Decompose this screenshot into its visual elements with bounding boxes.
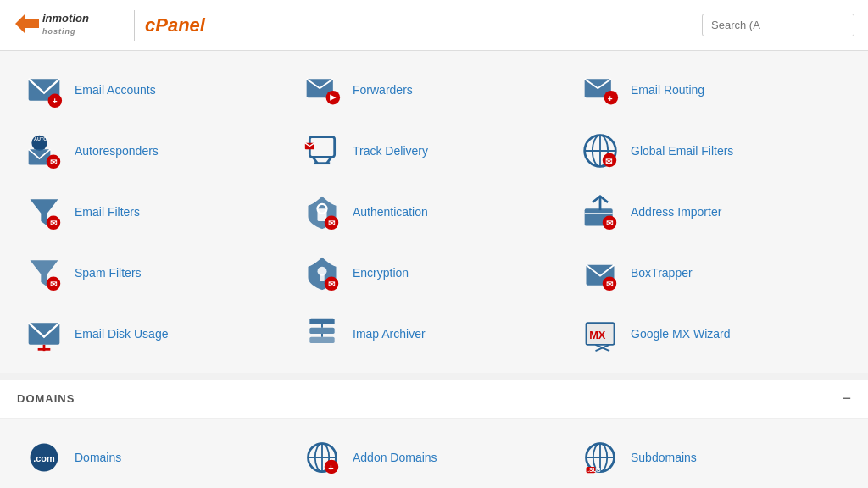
grid-item-email-accounts[interactable]: + Email Accounts	[17, 59, 295, 120]
grid-item-authentication[interactable]: ✉ Authentication	[295, 181, 573, 242]
address-importer-icon: ✉	[580, 191, 620, 232]
grid-item-subdomains[interactable]: .SUB Subdomains	[573, 427, 851, 488]
addon-domains-icon: +	[302, 437, 342, 478]
imap-archiver-label: Imap Archiver	[353, 327, 426, 341]
svg-text:+: +	[328, 463, 333, 473]
grid-item-imap-archiver[interactable]: Imap Archiver	[295, 303, 573, 364]
boxtrapper-label: BoxTrapper	[631, 266, 693, 280]
email-disk-usage-icon	[24, 313, 64, 354]
svg-text:✉: ✉	[328, 219, 336, 228]
track-delivery-icon	[302, 130, 342, 171]
encryption-label: Encryption	[353, 266, 409, 280]
grid-item-spam-filters[interactable]: ✉ Spam Filters	[17, 242, 295, 303]
grid-item-email-disk-usage[interactable]: Email Disk Usage	[17, 303, 295, 364]
svg-rect-44	[320, 274, 325, 281]
svg-text:✉: ✉	[606, 280, 614, 289]
grid-item-email-filters[interactable]: ✉ Email Filters	[17, 181, 295, 242]
subdomains-icon: .SUB	[580, 437, 620, 478]
domains-section-header: DOMAINS −	[0, 380, 868, 419]
header: inmotion hosting cPanel	[0, 0, 868, 51]
email-accounts-label: Email Accounts	[75, 83, 156, 97]
svg-text:+: +	[608, 94, 613, 103]
grid-item-encryption[interactable]: ✉ Encryption	[295, 242, 573, 303]
svg-text:MX: MX	[589, 329, 606, 341]
email-filters-icon: ✉	[24, 191, 64, 232]
grid-item-global-email-filters[interactable]: ✉ Global Email Filters	[573, 120, 851, 181]
autoresponders-icon: AUTO✉	[24, 130, 64, 171]
encryption-icon: ✉	[302, 252, 342, 293]
domains-section-title: DOMAINS	[17, 392, 75, 405]
grid-item-addon-domains[interactable]: + Addon Domains	[295, 427, 573, 488]
svg-text:.com: .com	[33, 453, 55, 463]
search-input[interactable]	[702, 14, 854, 36]
email-routing-icon: +	[580, 69, 620, 110]
domains-icon: .com	[24, 437, 64, 478]
email-section: + Email Accounts Forwarders + Email Rout…	[0, 51, 868, 373]
grid-item-email-routing[interactable]: + Email Routing	[573, 59, 851, 120]
grid-item-autoresponders[interactable]: AUTO✉ Autoresponders	[17, 120, 295, 181]
global-email-filters-icon: ✉	[580, 130, 620, 171]
inmotion-logo: inmotion hosting	[14, 8, 124, 42]
grid-item-forwarders[interactable]: Forwarders	[295, 59, 573, 120]
grid-item-track-delivery[interactable]: Track Delivery	[295, 120, 573, 181]
svg-rect-54	[309, 328, 334, 334]
autoresponders-label: Autoresponders	[75, 144, 159, 158]
email-routing-label: Email Routing	[631, 83, 704, 97]
svg-text:hosting: hosting	[42, 27, 76, 36]
logo-area: inmotion hosting cPanel	[14, 8, 205, 42]
authentication-icon: ✉	[302, 191, 342, 232]
imap-archiver-icon	[302, 313, 342, 354]
svg-text:✉: ✉	[50, 158, 58, 167]
svg-text:.SUB: .SUB	[587, 467, 601, 473]
svg-text:+: +	[53, 97, 58, 106]
grid-item-boxtrapper[interactable]: ✉ BoxTrapper	[573, 242, 851, 303]
svg-text:✉: ✉	[605, 157, 613, 166]
domains-section: DOMAINS − .com Domains + Addon Domains .…	[0, 380, 868, 488]
global-email-filters-label: Global Email Filters	[631, 144, 733, 158]
domains-label: Domains	[75, 451, 121, 464]
track-delivery-label: Track Delivery	[353, 144, 428, 158]
svg-text:✉: ✉	[328, 280, 336, 289]
forwarders-icon	[302, 69, 342, 110]
grid-item-google-mx-wizard[interactable]: MX Google MX Wizard	[573, 303, 851, 364]
inmotion-hosting-logo-svg: inmotion hosting	[14, 8, 124, 39]
forwarders-label: Forwarders	[353, 83, 413, 97]
authentication-label: Authentication	[353, 205, 428, 219]
svg-rect-53	[309, 319, 334, 324]
address-importer-label: Address Importer	[631, 205, 721, 219]
svg-text:✉: ✉	[606, 219, 614, 228]
cpanel-logo: cPanel	[145, 14, 205, 36]
grid-item-address-importer[interactable]: ✉ Address Importer	[573, 181, 851, 242]
spam-filters-icon: ✉	[24, 252, 64, 293]
header-search[interactable]	[702, 14, 854, 36]
svg-text:✉: ✉	[50, 219, 58, 228]
addon-domains-label: Addon Domains	[353, 451, 437, 464]
svg-text:inmotion: inmotion	[42, 12, 89, 25]
google-mx-wizard-label: Google MX Wizard	[631, 327, 730, 341]
spam-filters-label: Spam Filters	[75, 266, 142, 280]
email-items-grid: + Email Accounts Forwarders + Email Rout…	[0, 51, 868, 373]
subdomains-label: Subdomains	[631, 451, 697, 464]
svg-rect-55	[309, 337, 334, 343]
domains-section-toggle[interactable]: −	[842, 390, 851, 408]
boxtrapper-icon: ✉	[580, 252, 620, 293]
email-filters-label: Email Filters	[75, 205, 140, 219]
email-disk-usage-label: Email Disk Usage	[75, 327, 168, 341]
svg-text:AUTO: AUTO	[34, 136, 47, 141]
svg-text:✉: ✉	[50, 280, 58, 289]
svg-marker-0	[15, 14, 39, 34]
email-accounts-icon: +	[24, 69, 64, 110]
grid-item-domains[interactable]: .com Domains	[17, 427, 295, 488]
logo-divider	[134, 10, 135, 41]
google-mx-wizard-icon: MX	[580, 313, 620, 354]
domains-items-grid: .com Domains + Addon Domains .SUB Subdom…	[0, 419, 868, 488]
